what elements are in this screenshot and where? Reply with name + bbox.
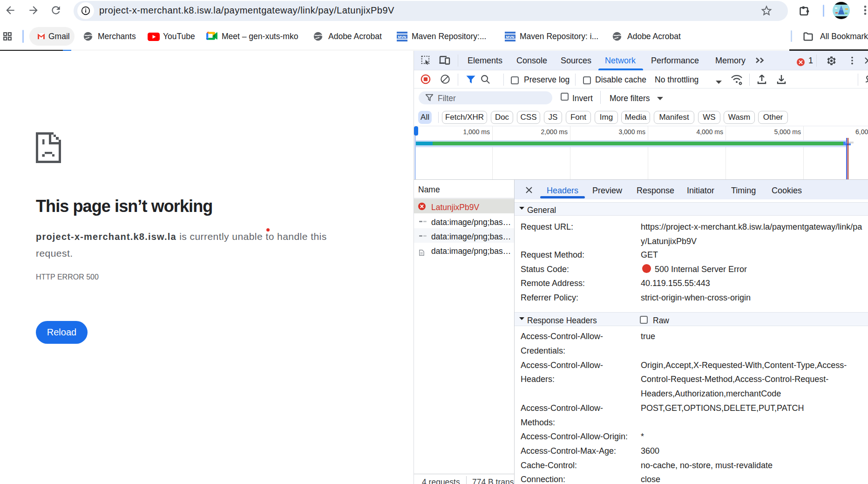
svg-text:MVN: MVN: [398, 35, 407, 39]
svg-text:MVN: MVN: [506, 35, 515, 39]
